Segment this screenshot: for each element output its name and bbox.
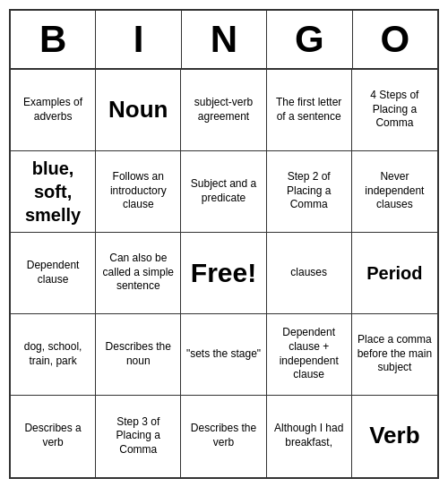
bingo-card: BINGO Examples of adverbsNounsubject-ver…: [9, 9, 439, 479]
bingo-cell-8[interactable]: Step 2 of Placing a Comma: [267, 151, 352, 233]
bingo-cell-24[interactable]: Verb: [352, 396, 437, 477]
bingo-cell-10[interactable]: Dependent clause: [11, 233, 96, 314]
header-letter-g: G: [267, 11, 352, 68]
header-letter-b: B: [11, 11, 96, 68]
bingo-cell-2[interactable]: subject-verb agreement: [181, 70, 266, 151]
bingo-cell-23[interactable]: Although I had breakfast,: [267, 396, 352, 477]
header-letter-n: N: [182, 11, 267, 68]
header-letter-o: O: [353, 11, 437, 68]
bingo-grid: Examples of adverbsNounsubject-verb agre…: [11, 70, 437, 477]
bingo-cell-11[interactable]: Can also be called a simple sentence: [96, 233, 181, 314]
bingo-cell-20[interactable]: Describes a verb: [11, 396, 96, 477]
header-letter-i: I: [96, 11, 181, 68]
bingo-cell-3[interactable]: The first letter of a sentence: [267, 70, 352, 151]
bingo-cell-21[interactable]: Step 3 of Placing a Comma: [96, 396, 181, 477]
bingo-header: BINGO: [11, 11, 437, 70]
bingo-cell-9[interactable]: Never independent clauses: [352, 151, 437, 233]
bingo-cell-5[interactable]: blue, soft, smelly: [11, 151, 96, 233]
bingo-cell-0[interactable]: Examples of adverbs: [11, 70, 96, 151]
bingo-cell-12[interactable]: Free!: [181, 233, 266, 314]
bingo-cell-1[interactable]: Noun: [96, 70, 181, 151]
bingo-cell-13[interactable]: clauses: [267, 233, 352, 314]
bingo-cell-17[interactable]: "sets the stage": [181, 314, 266, 396]
bingo-cell-18[interactable]: Dependent clause + independent clause: [267, 314, 352, 396]
bingo-cell-6[interactable]: Follows an introductory clause: [96, 151, 181, 233]
bingo-cell-19[interactable]: Place a comma before the main subject: [352, 314, 437, 396]
bingo-cell-15[interactable]: dog, school, train, park: [11, 314, 96, 396]
bingo-cell-4[interactable]: 4 Steps of Placing a Comma: [352, 70, 437, 151]
bingo-cell-14[interactable]: Period: [352, 233, 437, 314]
bingo-cell-7[interactable]: Subject and a predicate: [181, 151, 266, 233]
bingo-cell-16[interactable]: Describes the noun: [96, 314, 181, 396]
bingo-cell-22[interactable]: Describes the verb: [181, 396, 266, 477]
